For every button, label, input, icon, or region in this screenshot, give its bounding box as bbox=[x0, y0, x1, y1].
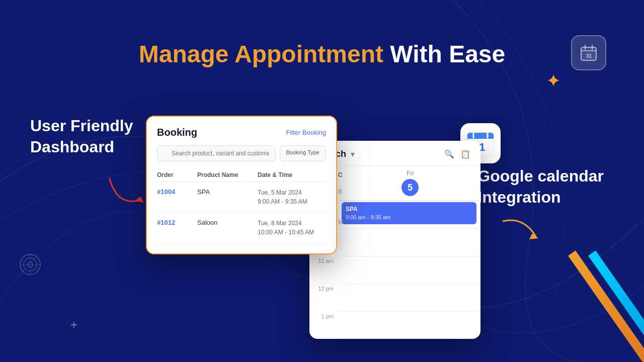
table-row: #1004 SPA Tue, 5 Mar 20249:00 AM - 9:35 … bbox=[157, 182, 326, 213]
svg-rect-10 bbox=[467, 136, 494, 139]
event-time: 9:00 am - 9:35 am bbox=[346, 214, 472, 221]
calendar-event-spa[interactable]: SPA 9:00 am - 9:35 am bbox=[342, 202, 476, 224]
calendar-header-icons: 🔍 📋 bbox=[444, 149, 470, 159]
search-bar: 🔍 Booking Type bbox=[157, 145, 326, 161]
extra-2: M bbox=[338, 219, 353, 226]
booking-type-button[interactable]: Booking Type bbox=[280, 145, 326, 161]
time-slot-11am: 11 am bbox=[309, 256, 480, 284]
filter-booking-link[interactable]: Filter Booking bbox=[286, 129, 326, 136]
datetime-1: Tue, 5 Mar 20249:00 AM - 9:35 AM bbox=[258, 188, 338, 206]
time-area-10am bbox=[340, 228, 480, 256]
calendar-search-icon[interactable]: 🔍 bbox=[444, 149, 454, 159]
col-datetime: Date & Time bbox=[258, 171, 338, 178]
booking-header: Booking Filter Booking bbox=[157, 127, 326, 138]
day-column-header: Fri 5 bbox=[340, 166, 480, 200]
right-section-text: Google calendar Integration bbox=[477, 166, 604, 208]
product-saloon: Saloon bbox=[197, 219, 258, 226]
order-1012[interactable]: #1012 bbox=[157, 219, 197, 226]
time-slot-1pm: 1 pm bbox=[309, 311, 480, 339]
right-line2: Integration bbox=[477, 187, 604, 208]
time-area-1pm bbox=[340, 311, 480, 339]
booking-panel: Booking Filter Booking 🔍 Booking Type Or… bbox=[146, 116, 337, 254]
search-input[interactable] bbox=[157, 145, 276, 161]
time-area-12pm bbox=[340, 284, 480, 311]
day-name: Fri bbox=[407, 170, 414, 177]
decorative-icon-bottom-left bbox=[18, 252, 43, 282]
right-line1: Google calendar bbox=[477, 166, 604, 187]
left-line2: Dashboard bbox=[30, 137, 133, 158]
datetime-2: Tue, 8 Mar 202410:00 AM - 10:45 AM bbox=[258, 219, 338, 237]
sparkle-decoration: ✦ bbox=[546, 70, 561, 92]
time-area-9am: SPA 9:00 am - 9:35 am bbox=[340, 201, 480, 228]
col-order: Order bbox=[157, 171, 197, 178]
table-row: #1012 Saloon Tue, 8 Mar 202410:00 AM - 1… bbox=[157, 213, 326, 243]
event-title: SPA bbox=[346, 205, 472, 214]
main-heading: Manage Appointment With Ease bbox=[0, 40, 644, 68]
left-line1: User Friendly bbox=[30, 116, 133, 137]
left-section-text: User Friendly Dashboard bbox=[30, 116, 133, 157]
time-area-11am bbox=[340, 256, 480, 284]
booking-title: Booking bbox=[157, 127, 197, 138]
product-spa: SPA bbox=[197, 188, 258, 196]
calendar-list-icon[interactable]: 📋 bbox=[460, 149, 470, 159]
order-1004[interactable]: #1004 bbox=[157, 188, 197, 196]
arrow-right bbox=[498, 216, 543, 246]
col-product: Product Name bbox=[197, 171, 258, 178]
chevron-down-icon[interactable]: ▼ bbox=[349, 150, 356, 158]
time-label-1pm: 1 pm bbox=[309, 311, 340, 319]
day-number: 5 bbox=[401, 179, 419, 196]
col-extra: C bbox=[338, 171, 353, 178]
crosshair-decoration: + bbox=[70, 318, 77, 332]
time-label-11am: 11 am bbox=[309, 256, 340, 264]
table-header: Order Product Name Date & Time C bbox=[157, 168, 326, 182]
search-wrapper: 🔍 bbox=[157, 145, 276, 161]
time-slot-12pm: 12 pm bbox=[309, 284, 480, 311]
extra-1: B bbox=[338, 188, 353, 195]
heading-orange: Manage Appointment bbox=[139, 41, 383, 67]
svg-marker-5 bbox=[135, 195, 145, 203]
time-label-12pm: 12 pm bbox=[309, 284, 340, 292]
heading-white: With Ease bbox=[383, 41, 505, 67]
